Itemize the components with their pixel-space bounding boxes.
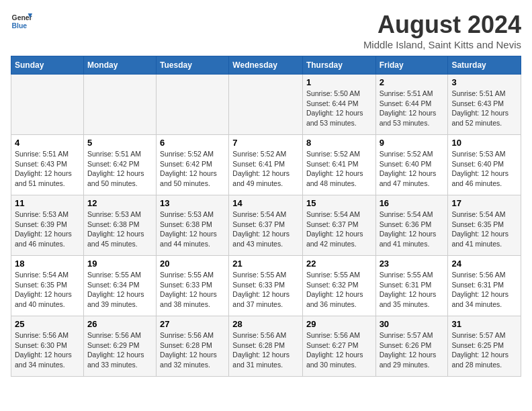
calendar-cell: 7Sunrise: 5:52 AM Sunset: 6:41 PM Daylig…: [229, 135, 303, 195]
day-info: Sunrise: 5:54 AM Sunset: 6:35 PM Dayligh…: [15, 270, 80, 310]
day-number: 29: [306, 319, 372, 329]
calendar-cell: [11, 75, 84, 135]
day-number: 8: [306, 138, 372, 148]
weekday-thursday: Thursday: [302, 56, 375, 75]
day-info: Sunrise: 5:54 AM Sunset: 6:35 PM Dayligh…: [451, 210, 517, 249]
weekday-monday: Monday: [83, 56, 156, 75]
calendar-cell: 4Sunrise: 5:51 AM Sunset: 6:43 PM Daylig…: [11, 135, 84, 195]
day-number: 2: [380, 77, 445, 87]
calendar-cell: 6Sunrise: 5:52 AM Sunset: 6:42 PM Daylig…: [157, 135, 229, 195]
day-number: 13: [160, 198, 225, 208]
day-info: Sunrise: 5:55 AM Sunset: 6:34 PM Dayligh…: [87, 270, 152, 310]
day-info: Sunrise: 5:53 AM Sunset: 6:38 PM Dayligh…: [87, 210, 152, 249]
day-info: Sunrise: 5:55 AM Sunset: 6:33 PM Dayligh…: [232, 270, 299, 310]
week-row-3: 11Sunrise: 5:53 AM Sunset: 6:39 PM Dayli…: [11, 195, 521, 256]
day-info: Sunrise: 5:54 AM Sunset: 6:37 PM Dayligh…: [306, 210, 372, 249]
weekday-tuesday: Tuesday: [157, 56, 229, 75]
weekday-friday: Friday: [375, 56, 448, 75]
title-block: August 2024 Middle Island, Saint Kitts a…: [363, 11, 521, 50]
day-info: Sunrise: 5:56 AM Sunset: 6:28 PM Dayligh…: [232, 330, 299, 370]
day-info: Sunrise: 5:50 AM Sunset: 6:44 PM Dayligh…: [306, 89, 372, 128]
calendar-cell: 16Sunrise: 5:54 AM Sunset: 6:36 PM Dayli…: [375, 195, 448, 256]
day-number: 3: [451, 77, 517, 87]
logo-icon: General Blue: [11, 11, 32, 32]
calendar-cell: 22Sunrise: 5:55 AM Sunset: 6:32 PM Dayli…: [302, 256, 375, 316]
day-number: 27: [160, 319, 225, 329]
day-number: 7: [232, 138, 299, 148]
calendar-cell: 1Sunrise: 5:50 AM Sunset: 6:44 PM Daylig…: [302, 75, 375, 135]
day-info: Sunrise: 5:52 AM Sunset: 6:41 PM Dayligh…: [232, 149, 299, 189]
day-number: 1: [306, 77, 372, 87]
calendar-cell: 5Sunrise: 5:51 AM Sunset: 6:42 PM Daylig…: [83, 135, 156, 195]
day-number: 24: [451, 259, 517, 269]
day-info: Sunrise: 5:52 AM Sunset: 6:42 PM Dayligh…: [160, 149, 225, 189]
calendar-cell: 29Sunrise: 5:56 AM Sunset: 6:27 PM Dayli…: [302, 316, 375, 377]
calendar-cell: [83, 75, 156, 135]
day-info: Sunrise: 5:51 AM Sunset: 6:44 PM Dayligh…: [380, 89, 445, 128]
day-number: 23: [380, 259, 445, 269]
calendar-cell: 30Sunrise: 5:57 AM Sunset: 6:26 PM Dayli…: [375, 316, 448, 377]
weekday-header-row: SundayMondayTuesdayWednesdayThursdayFrid…: [11, 56, 521, 75]
calendar-cell: 3Sunrise: 5:51 AM Sunset: 6:43 PM Daylig…: [448, 75, 521, 135]
calendar-cell: 21Sunrise: 5:55 AM Sunset: 6:33 PM Dayli…: [229, 256, 303, 316]
weekday-wednesday: Wednesday: [229, 56, 303, 75]
calendar-cell: 23Sunrise: 5:55 AM Sunset: 6:31 PM Dayli…: [375, 256, 448, 316]
svg-text:Blue: Blue: [12, 22, 28, 30]
day-info: Sunrise: 5:57 AM Sunset: 6:26 PM Dayligh…: [380, 330, 445, 370]
day-info: Sunrise: 5:51 AM Sunset: 6:43 PM Dayligh…: [451, 89, 517, 128]
calendar-cell: [229, 75, 303, 135]
day-number: 16: [380, 198, 445, 208]
calendar-cell: 25Sunrise: 5:56 AM Sunset: 6:30 PM Dayli…: [11, 316, 84, 377]
day-info: Sunrise: 5:53 AM Sunset: 6:40 PM Dayligh…: [451, 149, 517, 189]
day-info: Sunrise: 5:56 AM Sunset: 6:31 PM Dayligh…: [451, 270, 517, 310]
day-info: Sunrise: 5:52 AM Sunset: 6:40 PM Dayligh…: [380, 149, 445, 189]
day-number: 6: [160, 138, 225, 148]
calendar-cell: 14Sunrise: 5:54 AM Sunset: 6:37 PM Dayli…: [229, 195, 303, 256]
day-number: 10: [451, 138, 517, 148]
page-header: General Blue August 2024 Middle Island, …: [11, 11, 521, 50]
calendar-body: 1Sunrise: 5:50 AM Sunset: 6:44 PM Daylig…: [11, 75, 521, 377]
week-row-2: 4Sunrise: 5:51 AM Sunset: 6:43 PM Daylig…: [11, 135, 521, 195]
day-number: 4: [15, 138, 80, 148]
calendar-cell: 8Sunrise: 5:52 AM Sunset: 6:41 PM Daylig…: [302, 135, 375, 195]
month-year: August 2024: [363, 11, 521, 39]
day-info: Sunrise: 5:55 AM Sunset: 6:32 PM Dayligh…: [306, 270, 372, 310]
day-info: Sunrise: 5:53 AM Sunset: 6:38 PM Dayligh…: [160, 210, 225, 249]
week-row-5: 25Sunrise: 5:56 AM Sunset: 6:30 PM Dayli…: [11, 316, 521, 377]
calendar-cell: 12Sunrise: 5:53 AM Sunset: 6:38 PM Dayli…: [83, 195, 156, 256]
calendar-cell: 20Sunrise: 5:55 AM Sunset: 6:33 PM Dayli…: [157, 256, 229, 316]
calendar-cell: 31Sunrise: 5:57 AM Sunset: 6:25 PM Dayli…: [448, 316, 521, 377]
day-number: 22: [306, 259, 372, 269]
calendar-table: SundayMondayTuesdayWednesdayThursdayFrid…: [11, 56, 521, 377]
day-info: Sunrise: 5:56 AM Sunset: 6:27 PM Dayligh…: [306, 330, 372, 370]
day-info: Sunrise: 5:53 AM Sunset: 6:39 PM Dayligh…: [15, 210, 80, 249]
day-info: Sunrise: 5:57 AM Sunset: 6:25 PM Dayligh…: [451, 330, 517, 370]
calendar-cell: 10Sunrise: 5:53 AM Sunset: 6:40 PM Dayli…: [448, 135, 521, 195]
day-number: 5: [87, 138, 152, 148]
day-number: 12: [87, 198, 152, 208]
day-number: 11: [15, 198, 80, 208]
day-number: 28: [232, 319, 299, 329]
day-info: Sunrise: 5:55 AM Sunset: 6:33 PM Dayligh…: [160, 270, 225, 310]
calendar-cell: 17Sunrise: 5:54 AM Sunset: 6:35 PM Dayli…: [448, 195, 521, 256]
day-number: 14: [232, 198, 299, 208]
calendar-cell: 15Sunrise: 5:54 AM Sunset: 6:37 PM Dayli…: [302, 195, 375, 256]
day-info: Sunrise: 5:54 AM Sunset: 6:37 PM Dayligh…: [232, 210, 299, 249]
day-number: 18: [15, 259, 80, 269]
day-number: 31: [451, 319, 517, 329]
calendar-cell: 26Sunrise: 5:56 AM Sunset: 6:29 PM Dayli…: [83, 316, 156, 377]
location: Middle Island, Saint Kitts and Nevis: [363, 39, 521, 50]
calendar-cell: 9Sunrise: 5:52 AM Sunset: 6:40 PM Daylig…: [375, 135, 448, 195]
day-number: 30: [380, 319, 445, 329]
day-number: 26: [87, 319, 152, 329]
day-info: Sunrise: 5:51 AM Sunset: 6:43 PM Dayligh…: [15, 149, 80, 189]
calendar-cell: 24Sunrise: 5:56 AM Sunset: 6:31 PM Dayli…: [448, 256, 521, 316]
week-row-4: 18Sunrise: 5:54 AM Sunset: 6:35 PM Dayli…: [11, 256, 521, 316]
calendar-cell: 13Sunrise: 5:53 AM Sunset: 6:38 PM Dayli…: [157, 195, 229, 256]
day-info: Sunrise: 5:51 AM Sunset: 6:42 PM Dayligh…: [87, 149, 152, 189]
day-number: 17: [451, 198, 517, 208]
day-info: Sunrise: 5:56 AM Sunset: 6:29 PM Dayligh…: [87, 330, 152, 370]
day-number: 19: [87, 259, 152, 269]
calendar-cell: 18Sunrise: 5:54 AM Sunset: 6:35 PM Dayli…: [11, 256, 84, 316]
day-number: 9: [380, 138, 445, 148]
